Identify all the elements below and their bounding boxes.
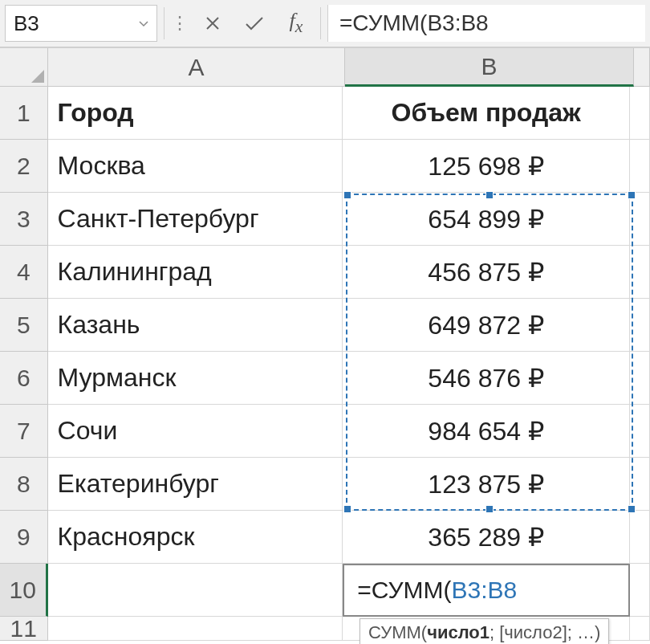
row-header[interactable]: 2 [0,140,48,193]
cell-B5[interactable]: 649 872 ₽ [343,299,630,352]
cell-B4[interactable]: 456 875 ₽ [343,246,630,299]
table-row: 6Мурманск546 876 ₽ [0,352,650,405]
separator [164,7,165,39]
cell-empty[interactable] [630,405,650,458]
cell-B1[interactable]: Объем продаж [343,87,630,140]
column-headers: A B [0,48,650,87]
cell-A7[interactable]: Сочи [48,405,343,458]
cell-A8[interactable]: Екатеринбург [48,458,343,511]
cell-A4[interactable]: Калининград [48,246,343,299]
cell-B2[interactable]: 125 698 ₽ [343,140,630,193]
cell-A3[interactable]: Санкт-Петербург [48,193,343,246]
table-row: 8Екатеринбург123 875 ₽ [0,458,650,511]
column-header-empty[interactable] [634,48,650,87]
cell-A9[interactable]: Красноярск [48,511,343,564]
cell-A1[interactable]: Город [48,87,343,140]
cell-B7[interactable]: 984 654 ₽ [343,405,630,458]
table-row: 1ГородОбъем продаж [0,87,650,140]
name-box[interactable]: B3 [5,5,157,42]
name-box-value: B3 [14,11,39,36]
table-row: 7Сочи984 654 ₽ [0,405,650,458]
worksheet: A B 1ГородОбъем продаж2Москва125 698 ₽3С… [0,48,650,641]
enter-button[interactable] [237,6,272,41]
cell-empty[interactable] [630,458,650,511]
cell-A6[interactable]: Мурманск [48,352,343,405]
formula-text: =СУММ(B3:B8 [339,10,489,36]
row-header[interactable]: 4 [0,246,48,299]
row-header[interactable]: 1 [0,87,48,140]
cell-B9[interactable]: 365 289 ₽ [343,511,630,564]
row-header[interactable]: 5 [0,299,48,352]
table-row: 2Москва125 698 ₽ [0,140,650,193]
cell-empty[interactable] [630,246,650,299]
fx-button[interactable]: fx [278,6,314,41]
cell-A5[interactable]: Казань [48,299,343,352]
cell-empty[interactable] [630,193,650,246]
column-header-B[interactable]: B [345,48,634,87]
function-tooltip: СУММ(число1; [число2]; …) [360,618,609,644]
cell-B6[interactable]: 546 876 ₽ [343,352,630,405]
cell-empty[interactable] [630,352,650,405]
table-row: 3Санкт-Петербург654 899 ₽ [0,193,650,246]
cell-A10[interactable] [48,564,343,617]
row-header[interactable]: 9 [0,511,48,564]
row-header[interactable]: 6 [0,352,48,405]
column-header-A[interactable]: A [48,48,345,87]
row-header[interactable]: 3 [0,193,48,246]
row-header[interactable]: 10 [0,564,48,617]
cancel-button[interactable] [195,6,230,41]
table-row: 9Красноярск365 289 ₽ [0,511,650,564]
formula-input[interactable]: =СУММ(B3:B8 [327,5,645,42]
cell-empty[interactable] [630,511,650,564]
cell-empty[interactable] [630,299,650,352]
formula-bar: B3 ⋮ fx =СУММ(B3:B8 [0,0,650,48]
table-row: 4Калининград456 875 ₽ [0,246,650,299]
table-row: 10=СУММ(B3:B8 [0,564,650,617]
active-formula-cell[interactable]: =СУММ(B3:B8 [343,564,630,617]
cell-empty[interactable] [630,87,650,140]
row-header[interactable]: 11 [0,617,48,641]
cell-empty[interactable] [48,617,343,641]
cell-empty[interactable] [630,140,650,193]
select-all-corner[interactable] [0,48,48,87]
cell-B8[interactable]: 123 875 ₽ [343,458,630,511]
row-header[interactable]: 8 [0,458,48,511]
table-row: 5Казань649 872 ₽ [0,299,650,352]
separator [320,7,321,39]
cell-B3[interactable]: 654 899 ₽ [343,193,630,246]
grid-rows: 1ГородОбъем продаж2Москва125 698 ₽3Санкт… [0,87,650,641]
row-header[interactable]: 7 [0,405,48,458]
chevron-down-icon[interactable] [139,17,148,30]
cell-empty[interactable] [630,564,650,617]
cell-A2[interactable]: Москва [48,140,343,193]
more-icon[interactable]: ⋮ [171,13,189,34]
cell-empty[interactable] [630,617,650,641]
